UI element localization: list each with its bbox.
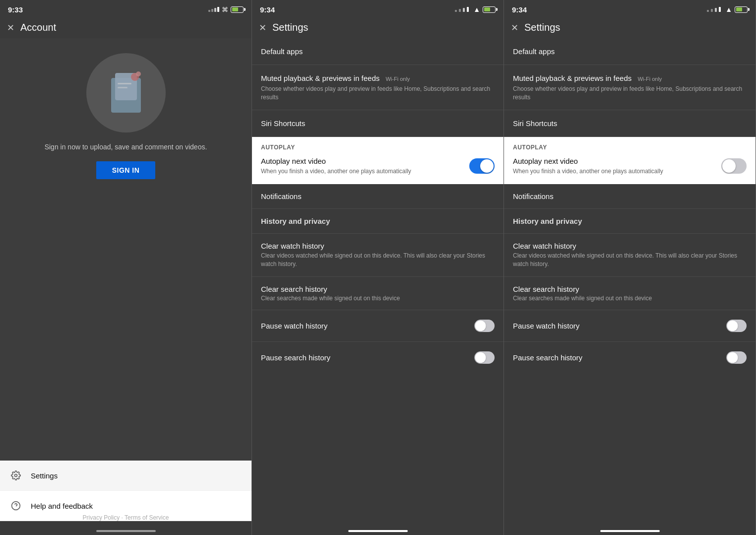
history-privacy-title-2: History and privacy — [261, 217, 495, 225]
page-title-2: Settings — [272, 22, 308, 33]
muted-playback-item-3[interactable]: Muted playback & previews in feeds Wi-Fi… — [504, 65, 756, 110]
close-button-2[interactable]: ✕ — [259, 22, 266, 33]
autoplay-toggle-2[interactable] — [469, 158, 495, 174]
settings-panel-1: 9:34 ▲ ✕ Settings Default apps Muted pla… — [252, 0, 504, 535]
autoplay-row-3: Autoplay next video When you finish a vi… — [513, 157, 747, 176]
autoplay-header-3: AUTOPLAY — [513, 144, 747, 151]
settings-list-2: Default apps Muted playback & previews i… — [252, 38, 504, 521]
autoplay-title-2: Autoplay next video — [261, 157, 411, 165]
close-button-3[interactable]: ✕ — [511, 22, 518, 33]
siri-shortcuts-item-3[interactable]: Siri Shortcuts — [504, 110, 756, 137]
clear-watch-item-3[interactable]: Clear watch history Clear videos watched… — [504, 234, 756, 277]
pause-search-title-3: Pause search history — [513, 353, 582, 362]
pause-search-toggle-2[interactable] — [474, 351, 495, 364]
autoplay-row-2: Autoplay next video When you finish a vi… — [261, 157, 495, 176]
notifications-item-2[interactable]: Notifications — [252, 184, 504, 209]
close-button-1[interactable]: ✕ — [7, 22, 14, 33]
notifications-item-3[interactable]: Notifications — [504, 184, 756, 209]
svg-point-6 — [15, 474, 17, 477]
account-content: Sign in now to upload, save and comment … — [0, 38, 252, 457]
pause-watch-toggle-2[interactable] — [474, 320, 495, 332]
settings-icon — [9, 468, 23, 482]
clear-watch-title-3: Clear watch history — [513, 242, 747, 250]
autoplay-title-3: Autoplay next video — [513, 157, 663, 165]
home-bar-2 — [252, 521, 504, 535]
svg-rect-5 — [118, 87, 127, 88]
muted-playback-sub-2: Choose whether videos play and preview i… — [261, 85, 495, 102]
wifi-icon-3: ▲ — [725, 5, 732, 13]
status-icons-1: ⌘ — [208, 6, 244, 13]
pause-watch-toggle-3[interactable] — [726, 320, 747, 332]
pause-watch-title-2: Pause watch history — [261, 322, 327, 330]
pause-search-knob-2 — [475, 352, 486, 363]
siri-shortcuts-title-3: Siri Shortcuts — [513, 118, 747, 129]
history-privacy-item-2[interactable]: History and privacy — [252, 209, 504, 234]
muted-playback-title-2: Muted playback & previews in feeds Wi-Fi… — [261, 73, 495, 83]
default-apps-item-2[interactable]: Default apps — [252, 38, 504, 65]
autoplay-sub-2: When you finish a video, another one pla… — [261, 167, 411, 176]
menu-section: Settings Help and feedback — [0, 461, 252, 521]
settings-list-3: Default apps Muted playback & previews i… — [504, 38, 756, 521]
pause-watch-knob-3 — [727, 321, 738, 332]
history-privacy-title-3: History and privacy — [513, 217, 747, 225]
autoplay-text-2: Autoplay next video When you finish a vi… — [261, 157, 411, 176]
wifi-badge-3: Wi-Fi only — [637, 76, 662, 82]
signal-icon-2 — [455, 7, 469, 12]
siri-shortcuts-title-2: Siri Shortcuts — [261, 118, 495, 129]
siri-shortcuts-item-2[interactable]: Siri Shortcuts — [252, 110, 504, 137]
home-bar-3 — [504, 521, 756, 535]
status-time-3: 9:34 — [512, 5, 527, 14]
default-apps-item-3[interactable]: Default apps — [504, 38, 756, 65]
muted-playback-item-2[interactable]: Muted playback & previews in feeds Wi-Fi… — [252, 65, 504, 110]
settings-menu-item[interactable]: Settings — [0, 461, 252, 491]
toggle-knob-2 — [480, 159, 494, 173]
status-icons-3: ▲ — [707, 5, 748, 13]
battery-icon-2 — [483, 6, 496, 13]
clear-search-title-3: Clear search history — [513, 285, 747, 293]
status-bar-2: 9:34 ▲ — [252, 0, 504, 18]
autoplay-card-3: AUTOPLAY Autoplay next video When you fi… — [504, 137, 756, 185]
pause-search-toggle-3[interactable] — [726, 351, 747, 364]
clear-watch-sub-3: Clear videos watched while signed out on… — [513, 252, 747, 268]
footer-links: Privacy Policy · Terms of Service — [0, 514, 252, 521]
signal-icon-3 — [707, 7, 721, 12]
clear-watch-title-2: Clear watch history — [261, 242, 495, 250]
terms-link[interactable]: Terms of Service — [125, 514, 169, 521]
signal-icon-1 — [208, 7, 219, 12]
wifi-badge-2: Wi-Fi only — [385, 76, 410, 82]
battery-icon-3 — [735, 6, 748, 13]
history-privacy-item-3[interactable]: History and privacy — [504, 209, 756, 234]
status-time-2: 9:34 — [260, 5, 275, 14]
help-icon — [9, 499, 23, 513]
title-bar-1: ✕ Account — [0, 18, 252, 38]
clear-search-sub-3: Clear searches made while signed out on … — [513, 295, 747, 302]
svg-point-3 — [136, 71, 141, 76]
title-bar-3: ✕ Settings — [504, 18, 756, 38]
wifi-icon-1: ⌘ — [222, 6, 228, 13]
wifi-icon-2: ▲ — [473, 5, 480, 13]
notifications-title-3: Notifications — [513, 192, 747, 201]
clear-search-item-3[interactable]: Clear search history Clear searches made… — [504, 277, 756, 310]
autoplay-toggle-3[interactable] — [721, 158, 747, 174]
pause-search-item-3[interactable]: Pause search history — [504, 342, 756, 373]
settings-label: Settings — [31, 471, 58, 480]
clear-search-item-2[interactable]: Clear search history Clear searches made… — [252, 277, 504, 310]
pause-watch-item-2[interactable]: Pause watch history — [252, 310, 504, 342]
muted-playback-sub-3: Choose whether videos play and preview i… — [513, 85, 747, 102]
default-apps-title-3: Default apps — [513, 46, 747, 57]
pause-watch-knob-2 — [475, 321, 486, 332]
sign-in-button[interactable]: SIGN IN — [96, 161, 156, 179]
muted-playback-title-3: Muted playback & previews in feeds Wi-Fi… — [513, 73, 747, 83]
account-panel: 9:33 ⌘ ✕ Account — [0, 0, 252, 535]
page-title-3: Settings — [524, 22, 560, 33]
clear-watch-item-2[interactable]: Clear watch history Clear videos watched… — [252, 234, 504, 277]
notifications-title-2: Notifications — [261, 192, 495, 201]
pause-search-item-2[interactable]: Pause search history — [252, 342, 504, 373]
pause-search-title-2: Pause search history — [261, 353, 330, 362]
pause-watch-item-3[interactable]: Pause watch history — [504, 310, 756, 342]
toggle-knob-3 — [722, 159, 736, 173]
privacy-link[interactable]: Privacy Policy — [83, 514, 120, 521]
pause-watch-title-3: Pause watch history — [513, 322, 579, 330]
avatar — [86, 53, 166, 133]
status-icons-2: ▲ — [455, 5, 496, 13]
